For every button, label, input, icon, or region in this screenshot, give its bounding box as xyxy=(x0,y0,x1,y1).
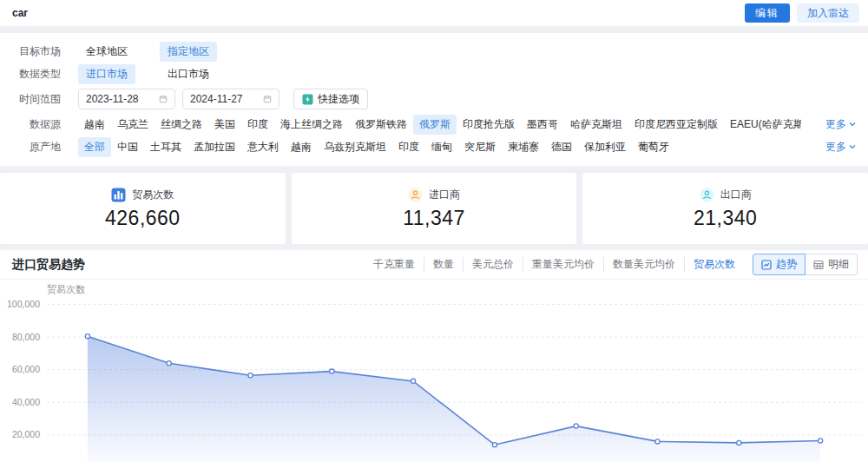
origin-option[interactable]: 德国 xyxy=(545,137,578,157)
origin-option[interactable]: 意大利 xyxy=(241,137,285,157)
metric-tabs: 千克重量数量美元总价重量美元均价数量美元均价贸易次数 xyxy=(365,257,744,272)
data-type-label: 数据类型 xyxy=(12,67,61,82)
data-source-option[interactable]: 印度尼西亚定制版 xyxy=(628,115,724,135)
calendar-icon xyxy=(159,94,168,104)
origin-option[interactable]: 印度 xyxy=(392,137,425,157)
stat-cards: 贸易次数 426,660 进口商 11,347 出口商 21,340 xyxy=(0,173,868,244)
trend-view-label: 趋势 xyxy=(776,257,797,272)
importer-icon xyxy=(408,188,423,202)
data-point xyxy=(492,443,496,447)
data-source-option[interactable]: 印度抢先版 xyxy=(457,115,521,135)
page-root: car 编辑 加入雷达 目标市场 全球地区指定地区 数据类型 进口市场出口市场 … xyxy=(0,0,868,462)
data-source-option[interactable]: EAEU(哈萨克斯坦) xyxy=(724,115,801,135)
quick-options-label: 快捷选项 xyxy=(318,92,359,107)
metric-tab[interactable]: 数量美元均价 xyxy=(603,257,684,272)
chart-svg: 贸易次数020,00040,00060,00080,000100,0002023… xyxy=(0,280,868,462)
filter-row-target-market: 目标市场 全球地区指定地区 xyxy=(12,40,856,63)
metric-tab[interactable]: 美元总价 xyxy=(463,257,523,272)
quick-options-icon xyxy=(302,94,313,105)
origin-option[interactable]: 缅甸 xyxy=(425,137,458,157)
origin-option[interactable]: 葡萄牙 xyxy=(632,137,671,157)
start-date-input[interactable] xyxy=(78,89,175,109)
data-source-option[interactable]: 俄罗斯 xyxy=(413,115,457,135)
y-tick-label: 80,000 xyxy=(12,332,40,342)
metric-tab[interactable]: 重量美元均价 xyxy=(523,257,603,272)
data-source-option[interactable]: 丝绸之路 xyxy=(155,115,208,135)
stat-label: 出口商 xyxy=(720,188,752,202)
data-source-label: 数据源 xyxy=(12,117,61,132)
edit-button[interactable]: 编辑 xyxy=(745,3,790,23)
chart-panel: 进口贸易趋势 千克重量数量美元总价重量美元均价数量美元均价贸易次数 趋势 明细 … xyxy=(0,250,868,462)
top-bar: car 编辑 加入雷达 xyxy=(0,0,868,27)
target-market-option[interactable]: 全球地区 xyxy=(78,42,135,62)
origin-option[interactable]: 全部 xyxy=(78,137,111,157)
data-source-option[interactable]: 墨西哥 xyxy=(521,115,564,135)
table-icon xyxy=(813,260,824,270)
target-market-label: 目标市场 xyxy=(12,44,61,59)
y-tick-label: 20,000 xyxy=(12,429,40,439)
origin-option[interactable]: 孟加拉国 xyxy=(187,137,241,157)
y-tick-label: 40,000 xyxy=(12,397,40,407)
origin-option[interactable]: 保加利亚 xyxy=(578,137,632,157)
detail-view-button[interactable]: 明细 xyxy=(806,254,858,275)
data-source-more-link[interactable]: 更多 xyxy=(825,117,856,132)
trend-view-button[interactable]: 趋势 xyxy=(753,254,806,275)
stat-card-trade-count: 贸易次数 426,660 xyxy=(0,173,286,244)
filter-row-data-source: 数据源 越南乌克兰丝绸之路美国印度海上丝绸之路俄罗斯铁路俄罗斯印度抢先版墨西哥哈… xyxy=(12,113,856,135)
data-point xyxy=(330,369,334,373)
chevron-down-icon xyxy=(849,144,856,149)
stat-card-importers: 进口商 11,347 xyxy=(292,173,577,244)
data-point xyxy=(655,439,660,444)
origin-option[interactable]: 越南 xyxy=(285,137,318,157)
target-market-option[interactable]: 指定地区 xyxy=(160,42,217,62)
view-toggle-group: 趋势 明细 xyxy=(753,254,858,275)
data-source-option[interactable]: 越南 xyxy=(78,115,111,135)
trend-icon xyxy=(761,260,772,270)
data-source-option[interactable]: 乌克兰 xyxy=(111,115,155,135)
origin-option[interactable]: 乌兹别克斯坦 xyxy=(318,137,392,157)
data-type-option[interactable]: 出口市场 xyxy=(160,64,217,84)
origin-label: 原产地 xyxy=(12,140,61,155)
chart-title: 进口贸易趋势 xyxy=(12,257,85,273)
data-type-options: 进口市场出口市场 xyxy=(78,64,217,84)
metric-tab[interactable]: 数量 xyxy=(424,257,463,272)
end-date-field[interactable] xyxy=(190,93,258,105)
end-date-input[interactable] xyxy=(182,89,279,109)
filter-row-origin: 原产地 全部中国土耳其孟加拉国意大利越南乌兹别克斯坦印度缅甸突尼斯柬埔寨德国保加… xyxy=(12,135,856,158)
origin-option[interactable]: 土耳其 xyxy=(144,137,187,157)
exporter-icon xyxy=(700,188,714,202)
data-point xyxy=(819,439,823,443)
stat-value: 426,660 xyxy=(105,207,181,230)
data-type-option[interactable]: 进口市场 xyxy=(78,64,135,84)
stat-card-exporters: 出口商 21,340 xyxy=(582,173,868,244)
quick-options-button[interactable]: 快捷选项 xyxy=(293,89,368,109)
metric-tab[interactable]: 千克重量 xyxy=(365,257,424,272)
origin-option[interactable]: 突尼斯 xyxy=(458,137,502,157)
trend-line-chart[interactable]: 贸易次数020,00040,00060,00080,000100,0002023… xyxy=(0,280,868,462)
data-source-option[interactable]: 俄罗斯铁路 xyxy=(349,115,413,135)
data-source-option[interactable]: 美国 xyxy=(208,115,241,135)
area-fill xyxy=(88,336,820,462)
data-point xyxy=(167,361,171,366)
origin-option[interactable]: 中国 xyxy=(111,137,144,157)
stat-value: 21,340 xyxy=(694,207,757,230)
metric-tab[interactable]: 贸易次数 xyxy=(684,257,744,272)
data-point xyxy=(85,334,89,339)
data-point xyxy=(248,373,253,378)
add-to-radar-button[interactable]: 加入雷达 xyxy=(797,3,859,23)
y-tick-label: 60,000 xyxy=(12,364,40,374)
data-point xyxy=(574,424,578,428)
data-source-option[interactable]: 海上丝绸之路 xyxy=(274,115,349,135)
stat-label: 贸易次数 xyxy=(132,188,174,202)
origin-option[interactable]: 柬埔寨 xyxy=(502,137,545,157)
data-source-option[interactable]: 哈萨克斯坦 xyxy=(564,115,628,135)
data-source-options: 越南乌克兰丝绸之路美国印度海上丝绸之路俄罗斯铁路俄罗斯印度抢先版墨西哥哈萨克斯坦… xyxy=(78,115,801,135)
start-date-field[interactable] xyxy=(86,93,154,105)
filter-row-time-range: 时间范围 快捷选项 xyxy=(12,88,856,110)
chevron-down-icon xyxy=(849,122,856,127)
y-axis-title: 贸易次数 xyxy=(47,284,85,294)
chart-header: 进口贸易趋势 千克重量数量美元总价重量美元均价数量美元均价贸易次数 趋势 明细 xyxy=(0,250,868,280)
more-label: 更多 xyxy=(825,117,846,132)
origin-more-link[interactable]: 更多 xyxy=(825,140,856,155)
data-source-option[interactable]: 印度 xyxy=(241,115,274,135)
